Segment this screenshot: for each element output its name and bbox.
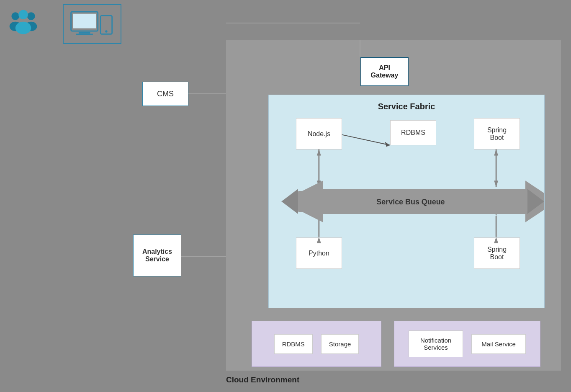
bottom-right-stores: NotificationServices Mail Service	[394, 321, 540, 367]
nodejs-node: Node.js	[296, 118, 342, 150]
svg-line-24	[342, 135, 390, 145]
service-fabric-container: Service Fabric Node.js RDBMS SpringBoot …	[268, 95, 545, 308]
spring-boot-bottom-label: SpringBoot	[487, 246, 507, 261]
mail-label: Mail Service	[481, 340, 516, 348]
svg-marker-25	[385, 142, 390, 147]
rdbms-label: RDBMS	[282, 340, 305, 348]
cloud-label: Cloud Environment	[226, 375, 299, 384]
analytics-label: AnalyticsService	[142, 248, 172, 263]
bottom-left-stores: RDBMS Storage	[252, 321, 381, 367]
svg-marker-22	[494, 210, 498, 216]
svg-marker-27	[281, 189, 298, 214]
users-icon	[8, 8, 39, 39]
cloud-environment: APIGateway Service Fabric Node.js RDBMS …	[226, 40, 561, 371]
svg-marker-13	[317, 149, 321, 155]
mail-service-node: Mail Service	[471, 334, 526, 354]
notification-node: NotificationServices	[409, 330, 463, 357]
cms-box: CMS	[142, 82, 188, 106]
storage-node: Storage	[321, 334, 359, 354]
devices-box	[63, 4, 121, 44]
svg-rect-11	[73, 13, 96, 28]
python-node: Python	[296, 237, 342, 269]
storage-label: Storage	[329, 340, 351, 348]
python-label: Python	[309, 250, 329, 257]
analytics-box: AnalyticsService	[133, 235, 181, 276]
svg-rect-7	[79, 31, 90, 34]
rdbms-node: RDBMS	[274, 334, 313, 354]
spring-boot-bottom-node: SpringBoot	[474, 237, 520, 269]
nodejs-label: Node.js	[308, 130, 330, 138]
svg-marker-17	[494, 181, 498, 187]
svg-point-0	[11, 12, 19, 20]
svg-marker-26	[281, 181, 544, 222]
svg-point-2	[27, 12, 35, 20]
rdbms-inner-node: RDBMS	[390, 120, 436, 145]
service-fabric-title: Service Fabric	[269, 102, 544, 111]
api-gateway-label: APIGateway	[371, 64, 399, 79]
svg-marker-19	[317, 210, 321, 216]
svg-point-4	[18, 10, 28, 20]
svg-marker-16	[494, 149, 498, 155]
api-gateway-box: APIGateway	[360, 57, 409, 86]
svg-rect-29	[298, 191, 527, 212]
spring-boot-top-label: SpringBoot	[487, 126, 507, 142]
svg-point-10	[105, 30, 108, 33]
rdbms-inner-label: RDBMS	[401, 129, 425, 137]
notification-label: NotificationServices	[420, 337, 451, 351]
svg-marker-28	[527, 189, 544, 214]
svg-rect-8	[76, 34, 93, 35]
cms-label: CMS	[157, 90, 174, 98]
svg-text:Service Bus Queue: Service Bus Queue	[376, 198, 445, 206]
spring-boot-top-node: SpringBoot	[474, 118, 520, 150]
svg-marker-14	[317, 181, 321, 187]
svg-point-5	[15, 22, 31, 34]
